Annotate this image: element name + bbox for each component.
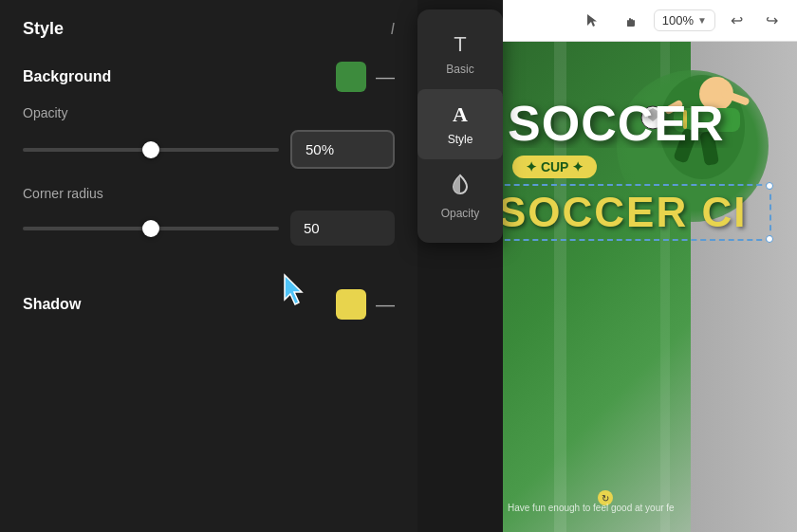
corner-radius-slider[interactable] bbox=[23, 227, 279, 230]
shadow-controls: — bbox=[336, 289, 395, 320]
italic-button[interactable]: I bbox=[391, 21, 395, 38]
corner-radius-value-input[interactable]: 50 bbox=[290, 211, 395, 246]
cup-badge: ✦ CUP ✦ bbox=[512, 156, 597, 178]
zoom-chevron: ▼ bbox=[697, 15, 707, 26]
opacity-slider-row: 50% bbox=[23, 130, 395, 169]
opacity-slider[interactable] bbox=[23, 148, 279, 152]
tab-style[interactable]: A Style bbox=[417, 89, 503, 159]
redo-icon: ↪ bbox=[766, 11, 778, 29]
cursor-tool-button[interactable] bbox=[578, 9, 608, 32]
corner-radius-section: Corner radius 50 bbox=[23, 186, 395, 246]
background-section: Background — Opacity 50% Corner radius 5… bbox=[23, 62, 395, 263]
tab-panel: T Basic A Style Opacity bbox=[417, 9, 503, 243]
zoom-control[interactable]: 100% ▼ bbox=[654, 9, 715, 31]
undo-button[interactable]: ↩ bbox=[723, 8, 751, 33]
opacity-icon bbox=[449, 173, 472, 201]
cup-badge-text: ✦ CUP ✦ bbox=[526, 159, 584, 174]
opacity-section: Opacity 50% bbox=[23, 105, 395, 169]
canvas-area: 100% ▼ ↩ ↪ Sports competition bbox=[503, 0, 797, 532]
background-label: Background bbox=[23, 68, 111, 85]
tab-basic[interactable]: T Basic bbox=[417, 19, 503, 89]
canvas-toolbar: 100% ▼ ↩ ↪ bbox=[503, 0, 797, 42]
right-side: T Basic A Style Opacity bbox=[417, 0, 797, 532]
opacity-tab-label: Opacity bbox=[441, 207, 480, 220]
style-label: Style bbox=[448, 133, 473, 146]
panel-title: Style bbox=[23, 19, 64, 39]
shadow-header: Shadow — bbox=[23, 289, 395, 320]
undo-icon: ↩ bbox=[731, 11, 743, 29]
poster-subtitle: SOCCER CI bbox=[503, 189, 769, 236]
svg-rect-6 bbox=[627, 24, 635, 27]
hand-tool-button[interactable] bbox=[616, 9, 646, 32]
basic-label: Basic bbox=[446, 63, 473, 76]
shadow-label: Shadow bbox=[23, 296, 81, 313]
background-color-swatch[interactable] bbox=[336, 62, 366, 92]
redo-button[interactable]: ↪ bbox=[758, 8, 786, 33]
poster-title: SOCCER bbox=[508, 99, 754, 148]
panel-header: Style I bbox=[23, 19, 395, 39]
shadow-dash-button[interactable]: — bbox=[376, 295, 395, 314]
background-controls: — bbox=[336, 62, 395, 92]
corner-radius-label: Corner radius bbox=[23, 186, 395, 201]
shadow-color-swatch[interactable] bbox=[336, 289, 366, 320]
opacity-value-input[interactable]: 50% bbox=[290, 130, 395, 169]
poster-tagline: Have fun enough to feel good at your fe bbox=[508, 503, 675, 513]
zoom-value: 100% bbox=[662, 13, 694, 28]
poster-subtitle-container: SOCCER CI bbox=[503, 189, 769, 236]
corner-radius-slider-row: 50 bbox=[23, 211, 395, 246]
background-header: Background — bbox=[23, 62, 395, 92]
background-dash-button[interactable]: — bbox=[376, 67, 395, 86]
opacity-label: Opacity bbox=[23, 105, 395, 120]
basic-icon: T bbox=[454, 32, 466, 57]
tab-opacity[interactable]: Opacity bbox=[417, 159, 503, 233]
soccer-poster: Sports competition bbox=[503, 42, 797, 532]
shadow-section: Shadow — bbox=[23, 289, 395, 333]
svg-marker-1 bbox=[587, 14, 597, 27]
style-icon: A bbox=[453, 102, 468, 127]
style-panel: Style I Background — Opacity 50% Corner … bbox=[0, 0, 417, 532]
